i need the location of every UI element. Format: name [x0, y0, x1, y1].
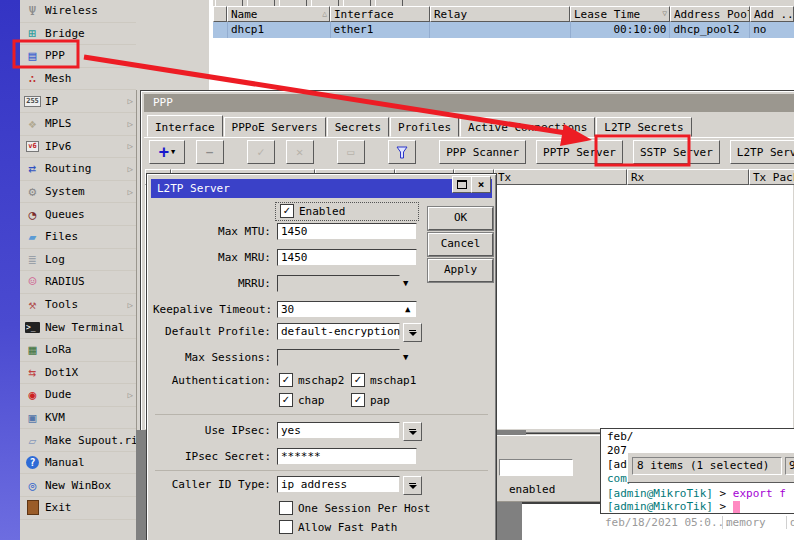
filter-button[interactable] — [388, 140, 416, 164]
ipsec-secret-input[interactable]: ****** — [277, 448, 417, 465]
dropdown-arrow-icon[interactable]: ▼ — [403, 352, 408, 362]
mrru-input[interactable] — [277, 275, 400, 292]
auth-mschap2-checkbox[interactable]: ✓mschap2 — [279, 373, 344, 387]
fragment-enabled-text: enabled — [509, 483, 555, 496]
dhcp-table-header[interactable]: Name△InterfaceRelayLease Time▽Address Po… — [213, 6, 794, 22]
system-icon: ⚙ — [24, 184, 41, 199]
max-mtu-input[interactable]: 1450 — [277, 223, 417, 240]
dot1x-icon: ⇆ — [24, 365, 41, 380]
sstp-server-button[interactable]: SSTP Server — [633, 140, 720, 164]
sidebar-item-mesh[interactable]: ∴Mesh — [20, 68, 136, 91]
pptp-server-button[interactable]: PPTP Server — [536, 140, 623, 164]
sidebar-item-wireless[interactable]: ΨWireless — [20, 0, 136, 23]
tab-profiles[interactable]: Profiles — [390, 117, 459, 137]
max-mru-label: Max MRU: — [153, 251, 271, 264]
caller-id-type-select[interactable]: ip address — [277, 476, 400, 493]
ppp-column-header-tx-packe[interactable]: Tx Packe — [749, 169, 794, 185]
auth-chap-checkbox[interactable]: ✓chap — [279, 393, 325, 407]
tab-pppoe-servers[interactable]: PPPoE Servers — [224, 117, 326, 137]
files-icon: ▰ — [24, 229, 41, 244]
combo-dropdown-button[interactable] — [403, 323, 422, 342]
sidebar-item-tools[interactable]: ⚒Tools▷ — [20, 294, 136, 317]
keepalive-timeout-input[interactable]: 30 — [277, 301, 417, 318]
sidebar-item-ipv6[interactable]: v6IPv6▷ — [20, 136, 136, 159]
disable-button[interactable]: ✕ — [286, 140, 314, 164]
sidebar-item-radius[interactable]: ☺RADIUS — [20, 271, 136, 294]
routing-icon: ⇄ — [24, 161, 41, 176]
dhcp-column-header-relay[interactable]: Relay — [430, 6, 570, 22]
dhcp-column-header-lease-time[interactable]: Lease Time▽ — [570, 6, 670, 22]
ppp-scanner-button[interactable]: PPP Scanner — [439, 140, 526, 164]
ppp-column-header-rx[interactable]: Rx — [627, 169, 749, 185]
minus-icon: — — [206, 146, 213, 159]
sidebar-item-ppp[interactable]: ▤PPP — [20, 45, 136, 68]
log-extra: d — [786, 516, 794, 529]
maximize-icon — [457, 180, 467, 189]
dhcp-column-header-interface[interactable]: Interface — [330, 6, 430, 22]
close-icon: × — [478, 178, 485, 191]
log-window-row[interactable]: feb/18/2021 05:0... memory d — [600, 512, 794, 540]
dhcp-row-relay — [430, 22, 571, 38]
default-profile-select[interactable]: default-encryption — [277, 323, 400, 340]
one-session-per-host-checkbox[interactable]: One Session Per Host — [279, 501, 430, 515]
dhcp-table-row[interactable]: dhcp1 ether1 00:10:00 dhcp_pool2 no — [213, 22, 794, 38]
sidebar-item-routing[interactable]: ⇄Routing▷ — [20, 158, 136, 181]
dhcp-row-address-pool: dhcp_pool2 — [670, 22, 750, 38]
sidebar-item-kvm[interactable]: ▣KVM — [20, 407, 136, 430]
combo-dropdown-button[interactable] — [403, 422, 422, 441]
sidebar-item-exit[interactable]: Exit — [20, 497, 136, 520]
dialog-titlebar[interactable]: L2TP Server — [151, 179, 492, 198]
max-mru-input[interactable]: 1450 — [277, 249, 417, 266]
enabled-checkbox[interactable]: ✓Enabled — [280, 204, 345, 218]
sidebar-item-bridge[interactable]: ⊞Bridge — [20, 23, 136, 46]
mpls-icon: ❖ — [24, 116, 41, 131]
dhcp-row-name: dhcp1 — [228, 22, 331, 38]
ok-button[interactable]: OK — [428, 207, 493, 230]
tab-l2tp-secrets[interactable]: L2TP Secrets — [596, 117, 691, 137]
comment-button[interactable]: ▭ — [337, 140, 365, 164]
maximize-button[interactable] — [452, 176, 472, 193]
use-ipsec-select[interactable]: yes — [277, 422, 400, 439]
combo-dropdown-button[interactable] — [403, 476, 422, 495]
one-session-per-host-label: One Session Per Host — [298, 502, 430, 515]
sidebar-item-files[interactable]: ▰Files — [20, 226, 136, 249]
apply-button[interactable]: Apply — [428, 259, 493, 282]
selector-column-header[interactable] — [213, 6, 227, 22]
dhcp-column-header-address-pool[interactable]: Address Pool — [670, 6, 750, 22]
close-button[interactable]: × — [471, 176, 491, 193]
sidebar-item-log[interactable]: ≣Log — [20, 249, 136, 272]
sidebar-item-mpls[interactable]: ❖MPLS▷ — [20, 113, 136, 136]
sidebar-item-dot1x[interactable]: ⇆Dot1X — [20, 362, 136, 385]
sidebar-item-dude[interactable]: ◉Dude▷ — [20, 384, 136, 407]
add-button[interactable]: +▼ — [149, 140, 185, 164]
auth-pap-checkbox[interactable]: ✓pap — [351, 393, 390, 407]
fragment-field[interactable] — [499, 459, 573, 476]
cancel-button[interactable]: Cancel — [428, 233, 493, 256]
dropdown-arrow-icon — [409, 431, 417, 435]
tab-secrets[interactable]: Secrets — [327, 117, 389, 137]
sidebar-item-queues[interactable]: ◔Queues — [20, 203, 136, 226]
dhcp-column-header-name[interactable]: Name△ — [227, 6, 330, 22]
sidebar-item-label: Exit — [45, 501, 72, 514]
sidebar-item-system[interactable]: ⚙System▷ — [20, 181, 136, 204]
max-sessions-input[interactable] — [277, 349, 400, 366]
ppp-column-header-tx[interactable]: Tx — [494, 169, 627, 185]
remove-button[interactable]: — — [196, 140, 224, 164]
allow-fast-path-checkbox[interactable]: Allow Fast Path — [279, 520, 397, 534]
collapse-arrow-icon[interactable]: ▲ — [405, 304, 410, 314]
enable-button[interactable]: ✓ — [247, 140, 275, 164]
auth-mschap1-checkbox[interactable]: ✓mschap1 — [351, 373, 416, 387]
tab-interface[interactable]: Interface — [147, 115, 223, 137]
sidebar-item-new-terminal[interactable]: >_New Terminal — [20, 316, 136, 339]
sidebar-item-new-winbox[interactable]: ◎New WinBox — [20, 474, 136, 497]
sidebar-item-lora[interactable]: ▦LoRa — [20, 339, 136, 362]
dhcp-column-header-add-[interactable]: Add ... — [750, 6, 794, 22]
sidebar-item-ip[interactable]: 255IP▷ — [20, 90, 136, 113]
submenu-arrow-icon: ▷ — [128, 96, 133, 106]
sidebar-item-make-supout-rif[interactable]: ▱Make Supout.rif — [20, 429, 136, 452]
tab-active-connections[interactable]: Active Connections — [460, 117, 595, 137]
dropdown-arrow-icon[interactable]: ▼ — [403, 278, 408, 288]
l2tp-server-button[interactable]: L2TP Server — [730, 140, 794, 164]
sidebar-item-manual[interactable]: ?Manual — [20, 452, 136, 475]
ppp-window-titlebar[interactable]: PPP — [144, 94, 794, 112]
